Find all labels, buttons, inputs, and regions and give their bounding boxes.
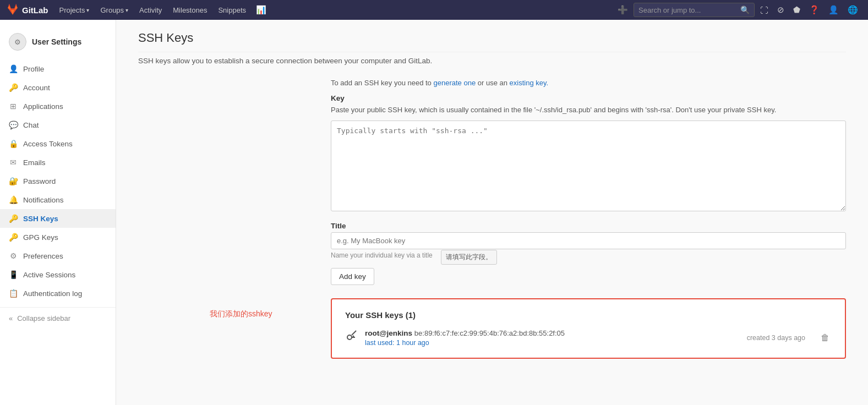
avatar: ⚙ <box>9 33 26 51</box>
preferences-icon: ⚙ <box>9 251 18 260</box>
page-title: SSH Keys <box>138 31 846 52</box>
sidebar-label-applications: Applications <box>23 102 63 111</box>
search-bar[interactable]: 🔍 <box>634 3 755 17</box>
sidebar-label-auth-log: Authentication log <box>23 289 82 298</box>
svg-line-1 <box>352 331 356 335</box>
title-hint: Name your individual key via a title <box>331 251 846 259</box>
existing-key-link[interactable]: existing key. <box>510 79 549 87</box>
sidebar-label-notifications: Notifications <box>23 196 64 204</box>
main-content: SSH Keys SSH keys allow you to establish… <box>116 20 868 405</box>
password-icon: 🔐 <box>9 177 18 185</box>
sidebar-item-gpg-keys[interactable]: 🔑 GPG Keys <box>0 228 116 247</box>
projects-menu[interactable]: Projects <box>55 0 94 20</box>
gpg-keys-icon: 🔑 <box>9 233 18 242</box>
title-field-container: 请填写此字段。 <box>331 232 846 251</box>
annotation-container: 我们添加的sshkey Your SSH keys (1) <box>331 298 846 359</box>
gitlab-logo[interactable]: GitLab <box>7 4 48 16</box>
sidebar-item-notifications[interactable]: 🔔 Notifications <box>0 190 116 209</box>
collapse-sidebar[interactable]: « Collapse sidebar <box>0 307 116 329</box>
sidebar-label-account: Account <box>23 84 50 92</box>
merge-request-icon[interactable]: ⊘ <box>774 0 788 20</box>
key-description: Paste your public SSH key, which is usua… <box>331 105 846 116</box>
globe-icon[interactable]: 🌐 <box>844 0 861 20</box>
key-label: Key <box>331 94 846 102</box>
ssh-key-last-used: last used: 1 hour ago <box>365 339 740 347</box>
layout: ⚙ User Settings 👤 Profile 🔑 Account ⊞ Ap… <box>0 20 868 405</box>
content-grid: To add an SSH key you need to generate o… <box>138 78 846 359</box>
sidebar-label-access-tokens: Access Tokens <box>23 140 73 148</box>
generate-key-link[interactable]: generate one <box>433 79 476 87</box>
topnav: GitLab Projects Groups Activity Mileston… <box>0 0 868 20</box>
ssh-key-entry-icon <box>345 330 358 343</box>
sidebar-label-chat: Chat <box>23 121 39 129</box>
snippets-link[interactable]: Snippets <box>214 0 250 20</box>
sidebar-nav: 👤 Profile 🔑 Account ⊞ Applications 💬 <box>0 59 116 303</box>
chat-icon: 💬 <box>9 121 18 129</box>
account-icon: 🔑 <box>9 83 18 92</box>
chart-icon[interactable]: 📊 <box>253 0 270 20</box>
ssh-key-name-line: root@jenkins be:89:f6:c7:fe:c2:99:95:4b:… <box>365 329 740 337</box>
sidebar-label-ssh-keys: SSH Keys <box>23 215 58 223</box>
sidebar-item-ssh-keys[interactable]: 🔑 SSH Keys <box>0 209 116 228</box>
ssh-key-delete-button[interactable]: 🗑 <box>818 331 832 345</box>
search-icon: 🔍 <box>740 6 750 14</box>
annotation-text: 我们添加的sshkey <box>210 309 272 319</box>
ssh-keys-box: Your SSH keys (1) <box>331 298 846 359</box>
sidebar-item-profile[interactable]: 👤 Profile <box>0 59 116 78</box>
ssh-keys-icon: 🔑 <box>9 214 18 223</box>
title-input[interactable] <box>331 232 846 249</box>
sidebar-header: ⚙ User Settings <box>0 29 116 59</box>
collapse-icon: « <box>9 314 13 322</box>
active-sessions-icon: 📱 <box>9 270 18 279</box>
sidebar-item-preferences[interactable]: ⚙ Preferences <box>0 247 116 265</box>
sidebar-label-active-sessions: Active Sessions <box>23 271 75 279</box>
sidebar-item-account[interactable]: 🔑 Account <box>0 78 116 97</box>
gitlab-text: GitLab <box>22 6 48 15</box>
help-icon[interactable]: ❓ <box>806 0 823 20</box>
sidebar-label-profile: Profile <box>23 65 44 73</box>
sidebar: ⚙ User Settings 👤 Profile 🔑 Account ⊞ Ap… <box>0 20 116 405</box>
sidebar-label-password: Password <box>23 177 56 185</box>
expand-icon[interactable]: ⛶ <box>757 0 772 20</box>
profile-icon: 👤 <box>9 64 18 73</box>
ssh-key-fingerprint-value: be:89:f6:c7:fe:c2:99:95:4b:76:a2:bd:8b:5… <box>414 329 565 337</box>
ssh-key-info: root@jenkins be:89:f6:c7:fe:c2:99:95:4b:… <box>365 329 740 347</box>
page-description: SSH keys allow you to establish a secure… <box>138 56 846 67</box>
sidebar-label-preferences: Preferences <box>23 252 63 260</box>
auth-log-icon: 📋 <box>9 289 18 298</box>
ssh-key-name: root@jenkins <box>365 329 412 337</box>
ssh-key-last-used-value: 1 hour ago <box>396 339 429 347</box>
groups-menu[interactable]: Groups <box>96 0 133 20</box>
sidebar-item-access-tokens[interactable]: 🔒 Access Tokens <box>0 134 116 153</box>
milestones-link[interactable]: Milestones <box>168 0 211 20</box>
sidebar-item-chat[interactable]: 💬 Chat <box>0 116 116 134</box>
sidebar-label-gpg-keys: GPG Keys <box>23 233 58 242</box>
ssh-key-created: created 3 days ago <box>747 334 805 342</box>
collapse-label: Collapse sidebar <box>17 314 70 322</box>
plus-icon[interactable]: ➕ <box>614 0 631 20</box>
activity-link[interactable]: Activity <box>135 0 166 20</box>
sidebar-title: User Settings <box>32 37 81 46</box>
sidebar-item-emails[interactable]: ✉ Emails <box>0 153 116 172</box>
sidebar-item-password[interactable]: 🔐 Password <box>0 172 116 190</box>
applications-icon: ⊞ <box>9 102 18 111</box>
title-label: Title <box>331 222 846 230</box>
search-input[interactable] <box>638 6 737 14</box>
issues-icon[interactable]: ⬟ <box>790 0 804 20</box>
notifications-icon: 🔔 <box>9 195 18 204</box>
right-section: To add an SSH key you need to generate o… <box>331 78 846 359</box>
user-icon[interactable]: 👤 <box>825 0 842 20</box>
key-textarea[interactable] <box>331 121 846 211</box>
sidebar-item-active-sessions[interactable]: 📱 Active Sessions <box>0 265 116 284</box>
ssh-key-entry: root@jenkins be:89:f6:c7:fe:c2:99:95:4b:… <box>345 329 832 347</box>
ssh-keys-box-title: Your SSH keys (1) <box>345 310 832 320</box>
svg-point-0 <box>347 335 352 340</box>
add-key-button[interactable]: Add key <box>331 268 374 285</box>
intro-text: To add an SSH key you need to generate o… <box>331 78 846 89</box>
access-tokens-icon: 🔒 <box>9 139 18 148</box>
tooltip: 请填写此字段。 <box>441 250 497 265</box>
sidebar-label-emails: Emails <box>23 158 46 167</box>
emails-icon: ✉ <box>9 158 18 167</box>
sidebar-item-auth-log[interactable]: 📋 Authentication log <box>0 284 116 303</box>
sidebar-item-applications[interactable]: ⊞ Applications <box>0 97 116 116</box>
